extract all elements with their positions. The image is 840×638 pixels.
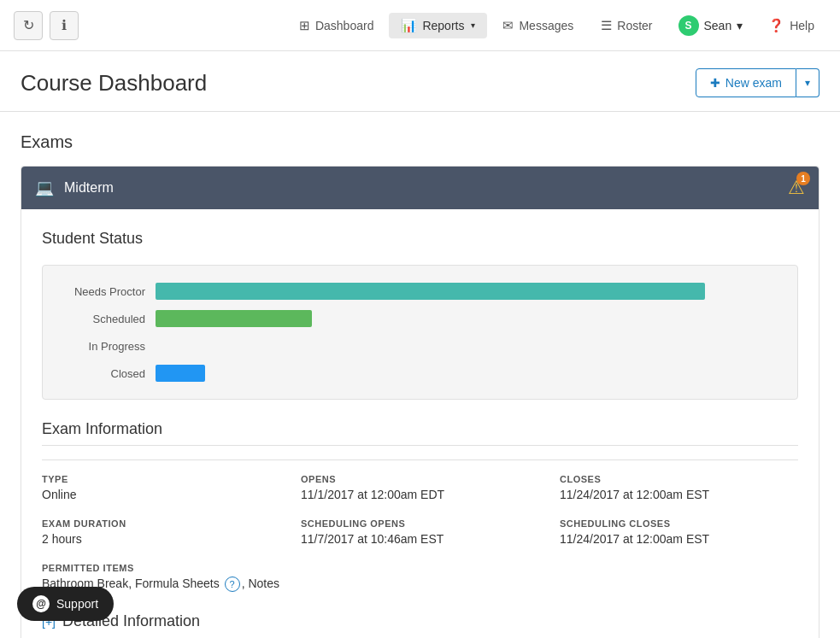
info-scheduling-opens: SCHEDULING OPENS 11/7/2017 at 10:46am ES… bbox=[301, 518, 539, 546]
chart-bar-needs-proctor bbox=[156, 283, 705, 300]
chart-row-needs-proctor: Needs Proctor bbox=[60, 283, 780, 300]
info-scheduling-opens-label: SCHEDULING OPENS bbox=[301, 518, 539, 529]
laptop-icon: 💻 bbox=[35, 179, 54, 197]
info-type-value: Online bbox=[42, 488, 280, 501]
info-closes-label: CLOSES bbox=[560, 474, 798, 484]
page-header: Course Dashboard ✚ New exam ▾ bbox=[0, 51, 840, 112]
info-exam-duration-value: 2 hours bbox=[42, 532, 280, 546]
info-exam-duration-label: EXAM DURATION bbox=[42, 518, 280, 529]
permitted-items: PERMITTED ITEMS Bathroom Break, Formula … bbox=[42, 563, 798, 592]
refresh-button[interactable]: ↻ bbox=[14, 11, 43, 40]
nav-messages-label: Messages bbox=[519, 19, 573, 32]
exam-header-left: 💻 Midterm bbox=[35, 179, 114, 197]
support-button[interactable]: @ Support bbox=[17, 587, 114, 621]
exam-info: Exam Information TYPE Online OPENS 11/1/… bbox=[21, 420, 819, 612]
exams-section-title: Exams bbox=[21, 132, 819, 152]
info-scheduling-opens-value: 11/7/2017 at 10:46am EST bbox=[301, 532, 539, 546]
chart-label-scheduled: Scheduled bbox=[60, 313, 145, 325]
info-opens: OPENS 11/1/2017 at 12:00am EDT bbox=[301, 474, 539, 501]
info-grid: TYPE Online OPENS 11/1/2017 at 12:00am E… bbox=[42, 474, 798, 546]
dashboard-icon: ⊞ bbox=[299, 18, 310, 33]
page-title: Course Dashboard bbox=[21, 70, 207, 97]
nav-help[interactable]: ❓ Help bbox=[756, 13, 826, 38]
info-exam-duration: EXAM DURATION 2 hours bbox=[42, 518, 280, 546]
chart-bar-container-needs-proctor bbox=[156, 283, 780, 300]
chart-label-in-progress: In Progress bbox=[60, 340, 145, 353]
help-icon: ❓ bbox=[768, 18, 784, 33]
info-closes: CLOSES 11/24/2017 at 12:00am EST bbox=[560, 474, 798, 501]
detailed-info-title: [+] Detailed Information bbox=[42, 612, 798, 630]
info-scheduling-closes-label: SCHEDULING CLOSES bbox=[560, 518, 798, 529]
new-exam-button[interactable]: ✚ New exam bbox=[696, 68, 796, 97]
exam-header: 💻 Midterm ⚠ 1 bbox=[21, 167, 819, 209]
new-exam-icon: ✚ bbox=[710, 76, 720, 90]
info-opens-label: OPENS bbox=[301, 474, 539, 484]
new-exam-btn-group: ✚ New exam ▾ bbox=[696, 68, 819, 97]
info-type-label: TYPE bbox=[42, 474, 280, 484]
info-type: TYPE Online bbox=[42, 474, 280, 501]
nav-icons: ↻ ℹ bbox=[14, 11, 79, 40]
user-avatar: S bbox=[678, 15, 699, 36]
user-caret-icon: ▾ bbox=[737, 19, 743, 32]
chart-row-closed: Closed bbox=[60, 365, 780, 382]
new-exam-label: New exam bbox=[725, 76, 782, 90]
info-scheduling-closes: SCHEDULING CLOSES 11/24/2017 at 12:00am … bbox=[560, 518, 798, 546]
exam-card: 💻 Midterm ⚠ 1 Student Status Needs Proct… bbox=[21, 166, 819, 638]
chart-bar-closed bbox=[156, 365, 205, 382]
roster-icon: ☰ bbox=[601, 18, 612, 33]
nav-roster[interactable]: ☰ Roster bbox=[589, 13, 664, 38]
info-button[interactable]: ℹ bbox=[50, 11, 79, 40]
nav-dashboard[interactable]: ⊞ Dashboard bbox=[287, 13, 386, 38]
nav-roster-label: Roster bbox=[617, 19, 652, 32]
chart-bar-scheduled bbox=[156, 310, 312, 327]
alert-count: 1 bbox=[796, 172, 810, 185]
detailed-info: [+] Detailed Information bbox=[21, 612, 819, 638]
reports-caret-icon: ▾ bbox=[471, 20, 475, 30]
student-status: Student Status Needs Proctor Scheduled I… bbox=[21, 209, 819, 420]
user-menu-button[interactable]: S Sean ▾ bbox=[668, 10, 754, 41]
new-exam-dropdown-button[interactable]: ▾ bbox=[796, 68, 819, 97]
exam-name: Midterm bbox=[64, 180, 114, 196]
permitted-items-label: PERMITTED ITEMS bbox=[42, 563, 798, 573]
user-name: Sean bbox=[704, 19, 732, 32]
chart-bar-container-in-progress bbox=[156, 337, 780, 354]
top-nav: ↻ ℹ ⊞ Dashboard 📊 Reports ▾ ✉ Messages ☰… bbox=[0, 0, 840, 51]
info-closes-value: 11/24/2017 at 12:00am EST bbox=[560, 488, 798, 501]
permitted-items-value: Bathroom Break, Formula Sheets ?, Notes bbox=[42, 577, 798, 592]
alert-badge[interactable]: ⚠ 1 bbox=[788, 177, 805, 199]
chart-row-scheduled: Scheduled bbox=[60, 310, 780, 327]
nav-reports[interactable]: 📊 Reports ▾ bbox=[389, 13, 487, 38]
support-icon: @ bbox=[32, 595, 50, 612]
info-opens-value: 11/1/2017 at 12:00am EDT bbox=[301, 488, 539, 501]
nav-links: ⊞ Dashboard 📊 Reports ▾ ✉ Messages ☰ Ros… bbox=[287, 10, 826, 41]
nav-reports-label: Reports bbox=[422, 19, 464, 32]
permitted-items-suffix: , Notes bbox=[242, 577, 279, 590]
messages-icon: ✉ bbox=[502, 18, 514, 33]
chart-label-needs-proctor: Needs Proctor bbox=[60, 285, 145, 298]
chart-bar-container-scheduled bbox=[156, 310, 780, 327]
exam-info-title: Exam Information bbox=[42, 420, 798, 446]
main-content: Exams 💻 Midterm ⚠ 1 Student Status Needs… bbox=[0, 112, 840, 638]
info-scheduling-closes-value: 11/24/2017 at 12:00am EST bbox=[560, 532, 798, 546]
chart-row-in-progress: In Progress bbox=[60, 337, 780, 354]
chart-label-closed: Closed bbox=[60, 367, 145, 380]
chart-bar-container-closed bbox=[156, 365, 780, 382]
permitted-items-question[interactable]: ? bbox=[225, 577, 240, 592]
nav-dashboard-label: Dashboard bbox=[315, 19, 374, 32]
reports-icon: 📊 bbox=[401, 18, 417, 33]
student-status-title: Student Status bbox=[42, 230, 798, 248]
nav-messages[interactable]: ✉ Messages bbox=[490, 13, 585, 38]
nav-help-label: Help bbox=[790, 19, 814, 32]
support-label: Support bbox=[56, 597, 98, 611]
chart-container: Needs Proctor Scheduled In Progress bbox=[42, 265, 798, 400]
exam-info-divider bbox=[42, 459, 798, 460]
